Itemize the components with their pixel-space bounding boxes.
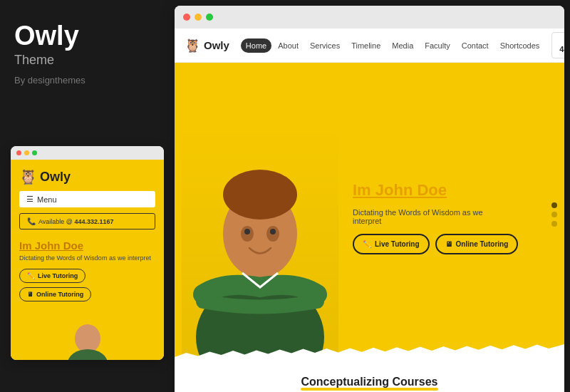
nav-cta[interactable]: Available @ 444.332.1167 [551, 32, 564, 59]
mobile-phone-icon: 📞 [27, 217, 36, 225]
mobile-chrome [11, 146, 164, 160]
mobile-live-tutoring-button[interactable]: ✏️ Live Tutoring [19, 269, 86, 283]
mobile-menu-button[interactable]: ☰ Menu [19, 191, 155, 207]
browser-dot-green [206, 14, 213, 21]
left-panel: Owly Theme By designthemes 🦉 Owly ☰ Menu… [0, 0, 175, 392]
mobile-online-tutoring-button[interactable]: 🖥 Online Tutoring [19, 287, 91, 301]
hero-heading: Im John Doe [353, 181, 550, 200]
nav-link-about[interactable]: About [273, 38, 304, 53]
nav-links: Home About Services Timeline Media Facul… [241, 38, 544, 53]
svg-point-5 [223, 170, 297, 220]
nav-link-timeline[interactable]: Timeline [346, 38, 385, 53]
mobile-dot-red [16, 150, 21, 155]
hero-buttons: ✏️ Live Tutoring 🖥 Online Tutoring [353, 234, 550, 254]
hero-text-area: Im John Doe Dictating the Words of Wisdo… [338, 63, 564, 366]
mobile-dot-green [32, 150, 37, 155]
mobile-hero-subtext: Dictating the Words of Wisdom as we inte… [19, 254, 155, 262]
hero-subtext: Dictating the Words of Wisdom as we inte… [353, 208, 509, 225]
mobile-pencil-icon: ✏️ [27, 272, 35, 279]
svg-point-9 [270, 229, 276, 234]
mobile-monitor-icon: 🖥 [27, 291, 33, 298]
mobile-hero-heading: Im John Doe [19, 239, 155, 252]
nav-link-contact[interactable]: Contact [457, 38, 494, 53]
hero-person-svg [182, 123, 338, 366]
hero-image-area [175, 63, 338, 366]
site-logo[interactable]: 🦉 Owly [185, 38, 229, 53]
mobile-phone-button[interactable]: 📞 Available @ 444.332.1167 [19, 213, 155, 229]
site-content: 🦉 Owly Home About Services Timeline Medi… [175, 29, 564, 392]
browser-dot-red [183, 14, 190, 21]
svg-point-0 [75, 324, 100, 353]
hero-dot-1[interactable] [551, 202, 557, 208]
svg-point-8 [244, 229, 250, 234]
hero-section: Im John Doe Dictating the Words of Wisdo… [175, 63, 564, 366]
owl-logo-icon: 🦉 [185, 38, 200, 53]
pencil-icon: ✏️ [363, 240, 371, 248]
nav-link-shortcodes[interactable]: Shortcodes [495, 38, 545, 53]
section-title: Conceptualizing Courses [301, 376, 437, 388]
browser-window: 🦉 Owly Home About Services Timeline Medi… [175, 6, 564, 392]
theme-title: Owly [14, 21, 160, 51]
mobile-body: 🦉 Owly ☰ Menu 📞 Available @ 444.332.1167… [11, 160, 164, 360]
mobile-logo: 🦉 Owly [19, 168, 155, 185]
monitor-icon: 🖥 [445, 240, 452, 248]
mobile-person-preview [66, 324, 109, 360]
nav-available-label: Available @ [559, 36, 564, 45]
hero-dots-nav [551, 202, 557, 227]
navbar: 🦉 Owly Home About Services Timeline Medi… [175, 29, 564, 63]
hero-name: John Doe [375, 181, 447, 199]
mobile-menu-icon: ☰ [26, 195, 33, 204]
hero-person [182, 123, 338, 366]
mobile-owl-icon: 🦉 [19, 168, 37, 185]
svg-point-1 [68, 349, 108, 360]
mobile-dot-yellow [24, 150, 29, 155]
mobile-mockup: 🦉 Owly ☰ Menu 📞 Available @ 444.332.1167… [11, 146, 164, 360]
browser-chrome [175, 6, 564, 29]
nav-link-services[interactable]: Services [305, 38, 345, 53]
browser-dot-yellow [195, 14, 202, 21]
theme-by: By designthemes [14, 75, 160, 86]
hero-dot-3[interactable] [551, 221, 557, 227]
theme-subtitle: Theme [14, 53, 160, 68]
bottom-section: Conceptualizing Courses [175, 366, 564, 392]
hero-dot-2[interactable] [551, 212, 557, 217]
nav-link-home[interactable]: Home [241, 38, 271, 53]
nav-link-media[interactable]: Media [387, 38, 418, 53]
live-tutoring-button[interactable]: ✏️ Live Tutoring [353, 234, 430, 254]
nav-link-faculty[interactable]: Faculty [420, 38, 455, 53]
online-tutoring-button[interactable]: 🖥 Online Tutoring [435, 234, 519, 254]
nav-phone: 444.332.1167 [559, 44, 564, 54]
